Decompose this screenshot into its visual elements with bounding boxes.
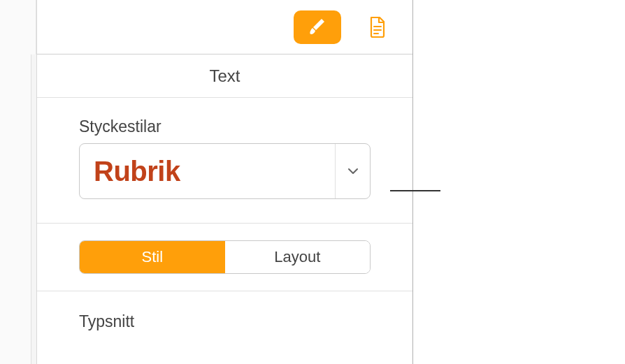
paragraph-styles-label: Styckestilar [79, 117, 371, 136]
brush-icon [307, 17, 328, 38]
dropdown-arrow [335, 144, 370, 198]
tab-layout[interactable]: Layout [225, 241, 371, 273]
ruler-edge [31, 54, 36, 364]
style-layout-segmented: Stil Layout [79, 240, 371, 274]
document-button[interactable] [354, 10, 401, 44]
format-inspector-panel: Text Styckestilar Rubrik Stil Layout Typ… [36, 0, 413, 364]
font-section-label: Typsnitt [79, 312, 371, 331]
paragraph-style-dropdown[interactable]: Rubrik [79, 143, 371, 199]
inspector-tab-label: Text [209, 66, 240, 86]
tab-style-label: Stil [141, 248, 163, 266]
divider [37, 291, 412, 291]
inspector-body: Styckestilar Rubrik Stil Layout Typsnitt [37, 98, 412, 331]
divider [37, 223, 412, 224]
chevron-down-icon [347, 168, 359, 175]
format-button[interactable] [294, 10, 341, 44]
tab-style[interactable]: Stil [80, 241, 225, 273]
tab-layout-label: Layout [274, 248, 320, 266]
inspector-tab-text[interactable]: Text [37, 54, 412, 98]
callout-line [390, 190, 440, 191]
inspector-toolbar [37, 0, 412, 54]
document-icon [368, 16, 387, 38]
paragraph-style-selected: Rubrik [80, 144, 335, 198]
